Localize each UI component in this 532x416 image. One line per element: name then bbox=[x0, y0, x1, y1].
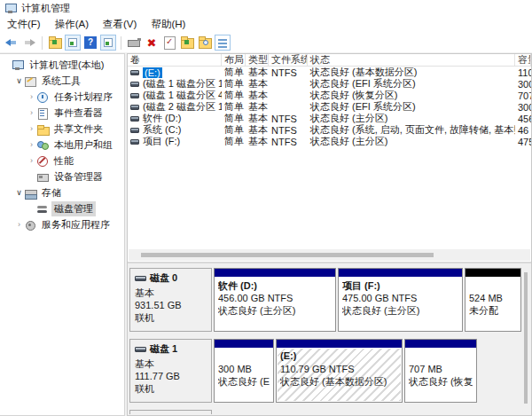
sidebar-item[interactable]: 磁盘管理 bbox=[0, 200, 124, 216]
chevron-right-icon[interactable]: › bbox=[27, 108, 36, 117]
open-icon-glyph bbox=[184, 40, 189, 44]
partition-body: 300 MB状态良好 (EFI 系统分区) bbox=[215, 349, 272, 401]
chevron-right-icon[interactable]: › bbox=[27, 92, 36, 101]
vertical-scrollbar[interactable] bbox=[521, 265, 530, 413]
properties-icon[interactable] bbox=[215, 35, 231, 51]
partition-body: 707 MB状态良好 (恢复分区) bbox=[406, 349, 475, 401]
disk-icon bbox=[135, 276, 146, 281]
event-viewer-icon bbox=[36, 107, 49, 119]
partition-box[interactable]: 软件 (D:)456.00 GB NTFS状态良好 (主分区) bbox=[214, 268, 336, 332]
partition-box[interactable]: 707 MB状态良好 (恢复分区) bbox=[404, 339, 477, 403]
chevron-down-icon[interactable]: ∨ bbox=[14, 76, 24, 85]
chevron-right-icon[interactable]: › bbox=[27, 124, 36, 133]
partition-box[interactable]: 300 MB状态良好 (EFI 系统分区) bbox=[214, 339, 274, 403]
disk-management-icon bbox=[36, 203, 49, 215]
column-header[interactable]: 容量 bbox=[515, 54, 531, 66]
volume-row[interactable]: (磁盘 1 磁盘分区 4)简单基本状态良好 (恢复分区)707 MB bbox=[128, 90, 531, 101]
volume-name: (磁盘 1 磁盘分区 1) bbox=[143, 78, 222, 90]
sidebar-item[interactable]: ›共享文件夹 bbox=[0, 121, 124, 137]
disk-icon bbox=[135, 347, 146, 352]
capacity-cell: 110.79 GB bbox=[515, 67, 531, 78]
volume-row[interactable]: 项目 (F:)简单基本NTFS状态良好 (主分区)475.00 GB bbox=[128, 136, 531, 147]
disk-info-cell[interactable]: 磁盘 1基本111.77 GB联机 bbox=[129, 339, 212, 403]
volume-row[interactable]: 软件 (D:)简单基本NTFS状态良好 (主分区)456.00 GB bbox=[128, 113, 531, 124]
export-list-icon-glyph bbox=[52, 40, 57, 44]
open-icon[interactable] bbox=[179, 35, 195, 51]
volume-row[interactable]: (E:)简单基本NTFS状态良好 (基本数据分区)110.79 GB bbox=[128, 67, 531, 78]
volume-icon bbox=[130, 105, 139, 110]
disk-name: 磁盘 1 bbox=[135, 342, 207, 356]
volume-cell: (E:) bbox=[128, 67, 222, 78]
partition-box[interactable]: 项目 (F:)475.00 GB NTFS状态良好 (主分区) bbox=[338, 268, 463, 332]
sidebar-item-label: 事件查看器 bbox=[51, 106, 106, 121]
sidebar-item[interactable]: ∨系统工具 bbox=[0, 73, 124, 89]
partition-size: 300 MB bbox=[218, 363, 270, 375]
partition-title: 软件 (D:) bbox=[218, 279, 332, 292]
storage-icon bbox=[24, 187, 36, 199]
type-cell: 基本 bbox=[246, 113, 269, 124]
forward-icon[interactable] bbox=[21, 35, 37, 51]
capacity-cell: 456.00 GB bbox=[515, 113, 531, 124]
sidebar-item[interactable]: 计算机管理(本地) bbox=[0, 57, 124, 73]
partition-box[interactable]: (E:)110.79 GB NTFS状态良好 (基本数据分区) bbox=[276, 339, 403, 403]
volume-row[interactable]: 系统 (C:)简单基本NTFS状态良好 (系统, 启动, 页面文件, 故障转储,… bbox=[128, 124, 531, 136]
layout-cell: 简单 bbox=[222, 124, 246, 136]
column-header[interactable]: 状态 bbox=[308, 54, 515, 66]
volume-row[interactable]: (磁盘 2 磁盘分区 1)简单基本状态良好 (EFI 系统分区)300 MB bbox=[128, 101, 531, 113]
status-cell: 状态良好 (主分区) bbox=[308, 136, 515, 147]
sidebar-item-label: 共享文件夹 bbox=[51, 122, 106, 137]
volume-icon bbox=[130, 128, 139, 133]
console-tree-icon[interactable] bbox=[65, 35, 81, 51]
rescan-disks-icon[interactable] bbox=[126, 35, 142, 51]
partition-status: 状态良好 (主分区) bbox=[218, 304, 332, 317]
delete-volume-icon[interactable]: ✖ bbox=[144, 35, 160, 51]
action-pane-icon[interactable] bbox=[100, 35, 116, 51]
sidebar-item[interactable]: ›本地用户和组 bbox=[0, 137, 124, 153]
sidebar-item[interactable]: ›任务计划程序 bbox=[0, 89, 124, 105]
partition-box[interactable]: 524 MB未分配 bbox=[465, 268, 521, 332]
chevron-right-icon[interactable]: › bbox=[14, 220, 24, 229]
explore-icon[interactable] bbox=[197, 35, 213, 51]
column-header[interactable]: 卷 bbox=[128, 54, 222, 66]
layout-cell: 简单 bbox=[222, 101, 246, 113]
volume-name: (E:) bbox=[143, 67, 162, 78]
chevron-right-icon[interactable]: › bbox=[27, 140, 36, 149]
volume-cell: (磁盘 1 磁盘分区 4) bbox=[128, 90, 222, 101]
chevron-down-icon[interactable]: ∨ bbox=[14, 188, 24, 197]
sidebar-item[interactable]: ∨存储 bbox=[0, 184, 124, 200]
column-header[interactable]: 类型 bbox=[246, 54, 269, 66]
partition-title bbox=[218, 350, 270, 363]
vertical-scrollbar-thumb[interactable] bbox=[524, 272, 528, 404]
sidebar-item-label: 系统工具 bbox=[39, 74, 83, 89]
column-header[interactable]: 布局 bbox=[222, 54, 246, 66]
volume-name: 项目 (F:) bbox=[143, 136, 180, 147]
shared-folders-icon bbox=[36, 123, 49, 135]
volume-table-header: 卷布局类型文件系统状态容量 bbox=[128, 54, 531, 67]
disk-info-cell[interactable]: 磁盘 0基本931.51 GB联机 bbox=[129, 268, 212, 332]
back-icon[interactable] bbox=[4, 35, 20, 51]
sidebar-item[interactable]: ›性能 bbox=[0, 153, 124, 169]
menu-item[interactable]: 操作(A) bbox=[48, 16, 96, 33]
sidebar-item-label: 设备管理器 bbox=[51, 169, 106, 184]
layout-cell: 简单 bbox=[222, 67, 246, 78]
horizontal-scrollbar[interactable] bbox=[129, 249, 530, 261]
chevron-right-icon[interactable]: › bbox=[27, 156, 36, 165]
menu-item[interactable]: 文件(F) bbox=[0, 16, 48, 33]
volume-cell: (磁盘 2 磁盘分区 1) bbox=[128, 101, 222, 113]
menu-item[interactable]: 查看(V) bbox=[96, 16, 144, 33]
main-area: 计算机管理(本地)∨系统工具›任务计划程序›事件查看器›共享文件夹›本地用户和组… bbox=[0, 52, 532, 416]
partition-status: 状态良好 (EFI 系统分区) bbox=[218, 375, 270, 388]
type-cell: 基本 bbox=[246, 90, 269, 101]
sidebar-item[interactable]: ›事件查看器 bbox=[0, 105, 124, 121]
column-header[interactable]: 文件系统 bbox=[269, 54, 308, 66]
disk-name-label: 磁盘 1 bbox=[150, 342, 177, 356]
sidebar-item[interactable]: ›服务和应用程序 bbox=[0, 216, 124, 232]
volume-row[interactable]: (磁盘 1 磁盘分区 1)简单基本状态良好 (EFI 系统分区)300 MB bbox=[128, 78, 531, 90]
tools-icon bbox=[24, 75, 36, 87]
mark-active-icon[interactable] bbox=[161, 35, 177, 51]
export-list-icon[interactable] bbox=[47, 35, 63, 51]
menu-item[interactable]: 帮助(H) bbox=[144, 16, 192, 33]
help-icon[interactable] bbox=[82, 35, 98, 51]
sidebar-item[interactable]: 设备管理器 bbox=[0, 169, 124, 184]
horizontal-scrollbar-thumb[interactable] bbox=[141, 253, 434, 257]
